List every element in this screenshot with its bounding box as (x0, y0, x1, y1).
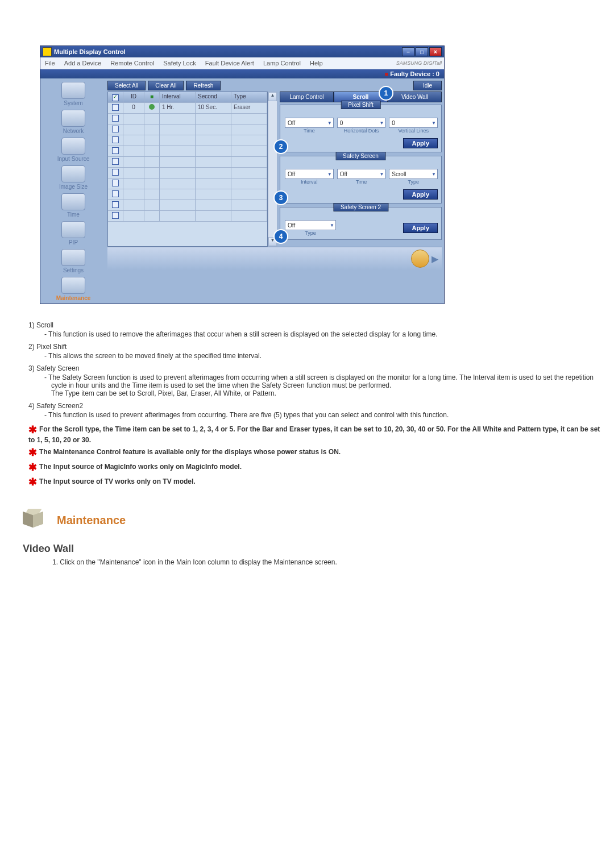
star-icon: ✱ (28, 447, 37, 458)
tab-lamp-control[interactable]: Lamp Control (280, 92, 334, 102)
table-row[interactable] (108, 211, 267, 222)
box-icon (23, 509, 48, 531)
chevron-down-icon: ▼ (379, 121, 384, 126)
safety-screen-type-select[interactable]: Scroll▼ (389, 169, 438, 179)
row-checkbox[interactable] (112, 201, 119, 208)
sidebar-item-network[interactable]: Network (43, 110, 104, 134)
scroll-up-icon[interactable]: ▲ (268, 92, 277, 101)
row-checkbox[interactable] (112, 190, 119, 197)
note-4-title: 4) Safety Screen2 (28, 402, 603, 410)
sidebar-item-system[interactable]: System (43, 82, 104, 106)
star-icon: ✱ (28, 462, 37, 473)
row-checkbox[interactable] (112, 104, 119, 111)
sidebar-item-settings[interactable]: Settings (43, 249, 104, 273)
title-bar: Multiple Display Control – □ × (40, 46, 444, 57)
menu-file[interactable]: File (43, 59, 57, 68)
app-icon (43, 47, 52, 56)
video-wall-step1: 1. Click on the "Maintenance" icon in th… (52, 558, 603, 566)
table-row[interactable] (108, 178, 267, 189)
grid-scrollbar[interactable]: ▲ ▼ (268, 92, 277, 247)
menu-help[interactable]: Help (308, 59, 325, 68)
device-grid: ID ■ Interval Second Type 0 (107, 92, 268, 247)
star-icon: ✱ (28, 424, 37, 435)
note-3-title: 3) Safety Screen (28, 364, 603, 372)
faulty-dot-icon: ■ (384, 70, 388, 77)
app-window: Multiple Display Control – □ × File Add … (40, 45, 445, 304)
menu-add-device[interactable]: Add a Device (62, 59, 103, 68)
menu-remote-control[interactable]: Remote Control (108, 59, 156, 68)
note-1-title: 1) Scroll (28, 321, 603, 329)
table-row[interactable] (108, 146, 267, 157)
safety-screen2-apply-button[interactable]: Apply (403, 223, 438, 233)
safety-screen2-type-select[interactable]: Off▼ (285, 220, 336, 230)
callout-1: 1 (379, 86, 393, 101)
star-note-2: The Maintenance Control feature is avail… (39, 448, 341, 456)
sidebar-item-maintenance[interactable]: Maintenance (43, 277, 104, 301)
table-row[interactable] (108, 189, 267, 200)
select-all-button[interactable]: Select All (107, 81, 146, 90)
pixel-shift-vlines-select[interactable]: 0▼ (389, 118, 438, 128)
menu-fault-alert[interactable]: Fault Device Alert (203, 59, 256, 68)
maximize-button[interactable]: □ (416, 47, 428, 56)
pixel-shift-apply-button[interactable]: Apply (403, 138, 438, 148)
tab-video-wall[interactable]: Video Wall (388, 92, 442, 102)
table-row[interactable] (108, 168, 267, 178)
col-second: Second (196, 92, 231, 103)
notes-section: 1) Scroll - This function is used to rem… (28, 321, 603, 488)
minimize-button[interactable]: – (402, 47, 414, 56)
col-interval: Interval (160, 92, 196, 103)
star-icon: ✱ (28, 476, 37, 488)
brand-label: SAMSUNG DIGITall (396, 60, 442, 66)
table-row[interactable] (108, 124, 267, 135)
table-row[interactable] (108, 114, 267, 124)
menu-lamp-control[interactable]: Lamp Control (261, 59, 303, 68)
table-row[interactable] (108, 157, 267, 168)
close-button[interactable]: × (429, 47, 442, 56)
pixel-shift-time-select[interactable]: Off▼ (285, 118, 334, 128)
table-row[interactable]: 0 1 Hr. 10 Sec. Eraser (108, 103, 267, 114)
note-3-desc: - The Safety Screen function is used to … (44, 373, 603, 397)
row-checkbox[interactable] (112, 115, 119, 122)
row-checkbox[interactable] (112, 212, 119, 219)
sidebar-item-time[interactable]: Time (43, 193, 104, 218)
safety-screen-title: Safety Screen (335, 152, 386, 160)
safety-screen-interval-label: Interval (285, 179, 334, 185)
row-checkbox[interactable] (112, 126, 119, 132)
cell-second: 10 Sec. (196, 103, 231, 114)
maintenance-title: Maintenance (57, 514, 126, 527)
star-note-3: The Input source of MagicInfo works only… (39, 463, 242, 471)
chevron-down-icon: ▼ (327, 121, 332, 126)
col-type: Type (231, 92, 267, 103)
sidebar-item-pip[interactable]: PIP (43, 221, 104, 246)
faulty-device-bar: ■ Faulty Device : 0 (40, 69, 444, 78)
header-checkbox[interactable] (112, 94, 119, 101)
chevron-down-icon: ▼ (327, 172, 332, 177)
callout-4: 4 (273, 229, 288, 244)
clear-all-button[interactable]: Clear All (148, 81, 184, 90)
row-checkbox[interactable] (112, 180, 119, 186)
sidebar-item-image-size[interactable]: Image Size (43, 165, 104, 190)
menu-safety-lock[interactable]: Safety Lock (161, 59, 198, 68)
row-checkbox[interactable] (112, 158, 119, 165)
sidebar: System Network Input Source Image Size T… (40, 78, 106, 304)
row-checkbox[interactable] (112, 169, 119, 176)
row-checkbox[interactable] (112, 147, 119, 154)
sidebar-item-label: Network (63, 128, 84, 134)
note-2-title: 2) Pixel Shift (28, 343, 603, 351)
safety-screen-apply-button[interactable]: Apply (403, 189, 438, 200)
sidebar-item-label: Time (67, 211, 80, 218)
chevron-down-icon: ▼ (330, 223, 334, 228)
power-header-icon: ■ (150, 93, 154, 99)
safety-screen-time-select[interactable]: Off▼ (337, 169, 386, 179)
pip-icon (61, 221, 85, 238)
sidebar-item-input-source[interactable]: Input Source (43, 138, 104, 162)
safety-screen-interval-select[interactable]: Off▼ (285, 169, 334, 179)
refresh-button[interactable]: Refresh (186, 81, 221, 90)
table-row[interactable] (108, 200, 267, 211)
alert-icon (411, 250, 429, 268)
row-checkbox[interactable] (112, 136, 119, 143)
pixel-shift-hdots-select[interactable]: 0▼ (337, 118, 386, 128)
pixel-shift-time-label: Time (285, 128, 334, 134)
footer-arrow-icon: ▶ (432, 254, 438, 264)
table-row[interactable] (108, 135, 267, 146)
